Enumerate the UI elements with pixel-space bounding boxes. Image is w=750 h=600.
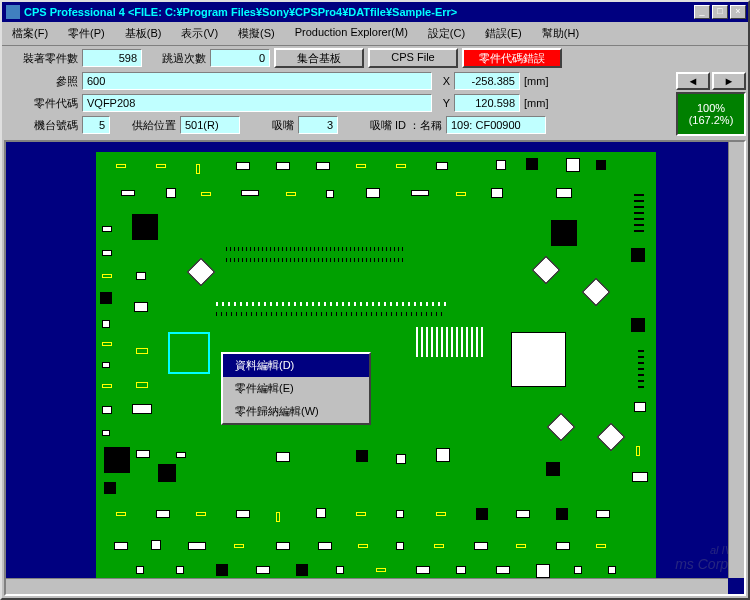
comp[interactable] xyxy=(356,450,368,462)
comp[interactable] xyxy=(547,413,575,441)
comp[interactable] xyxy=(196,164,200,174)
comp[interactable] xyxy=(631,248,645,262)
comp[interactable] xyxy=(474,542,488,550)
comp[interactable] xyxy=(532,256,560,284)
comp[interactable] xyxy=(196,512,206,516)
comp[interactable] xyxy=(326,190,334,198)
comp[interactable] xyxy=(100,292,112,304)
comp[interactable] xyxy=(596,160,606,170)
comp[interactable] xyxy=(496,160,506,170)
menu-error[interactable]: 錯誤(E) xyxy=(475,24,532,43)
x-field[interactable]: -258.385 xyxy=(454,72,520,90)
comp[interactable] xyxy=(158,464,176,482)
comp[interactable] xyxy=(156,164,166,168)
menu-production-explorer[interactable]: Production Explorer(M) xyxy=(285,24,418,43)
menu-view[interactable]: 表示(V) xyxy=(171,24,228,43)
part-field[interactable]: VQFP208 xyxy=(82,94,432,112)
comp[interactable] xyxy=(574,566,582,574)
menu-board[interactable]: 基板(B) xyxy=(115,24,172,43)
comp[interactable] xyxy=(102,342,112,346)
comp[interactable] xyxy=(102,406,112,414)
comp[interactable] xyxy=(608,566,616,574)
pcb-board[interactable] xyxy=(96,152,656,582)
assembly-board-button[interactable]: 集合基板 xyxy=(274,48,364,68)
comp[interactable] xyxy=(456,566,466,574)
comp[interactable] xyxy=(104,447,130,473)
comp[interactable] xyxy=(546,462,560,476)
comp[interactable] xyxy=(102,320,110,328)
comp[interactable] xyxy=(396,542,404,550)
maximize-button[interactable]: □ xyxy=(712,5,728,19)
close-button[interactable]: × xyxy=(730,5,746,19)
comp[interactable] xyxy=(516,510,530,518)
comp[interactable] xyxy=(634,402,646,412)
comp[interactable] xyxy=(356,164,366,168)
feed-field[interactable]: 501(R) xyxy=(180,116,240,134)
comp[interactable] xyxy=(596,510,610,518)
comp[interactable] xyxy=(241,190,259,196)
comp[interactable] xyxy=(456,192,466,196)
pcb-canvas[interactable]: 資料編輯(D) 零件編輯(E) 零件歸納編輯(W) al IV ms Corp. xyxy=(4,140,746,596)
comp[interactable] xyxy=(582,278,610,306)
selected-component[interactable] xyxy=(168,332,210,374)
comp[interactable] xyxy=(151,540,161,550)
ctx-part-edit[interactable]: 零件編輯(E) xyxy=(223,377,369,400)
comp[interactable] xyxy=(556,542,570,550)
cps-file-button[interactable]: CPS File xyxy=(368,48,458,68)
part-code-error-button[interactable]: 零件代碼錯誤 xyxy=(462,48,562,68)
comp[interactable] xyxy=(276,452,290,462)
nav-next-button[interactable]: ► xyxy=(712,72,746,90)
comp[interactable] xyxy=(296,564,308,576)
ctx-part-group-edit[interactable]: 零件歸納編輯(W) xyxy=(223,400,369,423)
machine-field[interactable]: 5 xyxy=(82,116,110,134)
comp[interactable] xyxy=(256,566,270,574)
comp[interactable] xyxy=(436,512,446,516)
comp[interactable] xyxy=(132,214,158,240)
nozid-field[interactable]: 109: CF00900 xyxy=(446,116,546,134)
comp[interactable] xyxy=(276,512,280,522)
comp[interactable] xyxy=(188,542,206,550)
comp[interactable] xyxy=(276,542,290,550)
comp[interactable] xyxy=(102,250,112,256)
comp[interactable] xyxy=(121,190,135,196)
comp[interactable] xyxy=(336,566,344,574)
comp[interactable] xyxy=(636,446,640,456)
comp[interactable] xyxy=(176,452,186,458)
menu-help[interactable]: 幫助(H) xyxy=(532,24,589,43)
comp[interactable] xyxy=(396,164,406,168)
minimize-button[interactable]: _ xyxy=(694,5,710,19)
comp[interactable] xyxy=(234,544,244,548)
menu-part[interactable]: 零件(P) xyxy=(58,24,115,43)
comp[interactable] xyxy=(416,566,430,574)
comp[interactable] xyxy=(102,362,110,368)
comp[interactable] xyxy=(556,188,572,198)
y-field[interactable]: 120.598 xyxy=(454,94,520,112)
comp[interactable] xyxy=(376,568,386,572)
comp[interactable] xyxy=(516,544,526,548)
comp[interactable] xyxy=(166,188,176,198)
zoom-status[interactable]: 100% (167.2%) xyxy=(676,92,746,136)
comp[interactable] xyxy=(597,423,625,451)
comp[interactable] xyxy=(358,544,368,548)
comp[interactable] xyxy=(102,226,112,232)
comp[interactable] xyxy=(276,162,290,170)
nav-prev-button[interactable]: ◄ xyxy=(676,72,710,90)
comp[interactable] xyxy=(201,192,211,196)
comp[interactable] xyxy=(526,158,538,170)
comp[interactable] xyxy=(236,162,250,170)
comp[interactable] xyxy=(136,348,148,354)
comp[interactable] xyxy=(316,162,330,170)
scrollbar-vertical[interactable] xyxy=(728,142,744,578)
comp[interactable] xyxy=(104,482,116,494)
comp[interactable] xyxy=(491,188,503,198)
comp[interactable] xyxy=(176,566,184,574)
ref-field[interactable]: 600 xyxy=(82,72,432,90)
ctx-data-edit[interactable]: 資料編輯(D) xyxy=(223,354,369,377)
comp[interactable] xyxy=(286,192,296,196)
comp[interactable] xyxy=(396,454,406,464)
comp[interactable] xyxy=(236,510,250,518)
comp[interactable] xyxy=(436,162,448,170)
comp[interactable] xyxy=(318,542,332,550)
comp[interactable] xyxy=(556,508,568,520)
comp[interactable] xyxy=(366,188,380,198)
